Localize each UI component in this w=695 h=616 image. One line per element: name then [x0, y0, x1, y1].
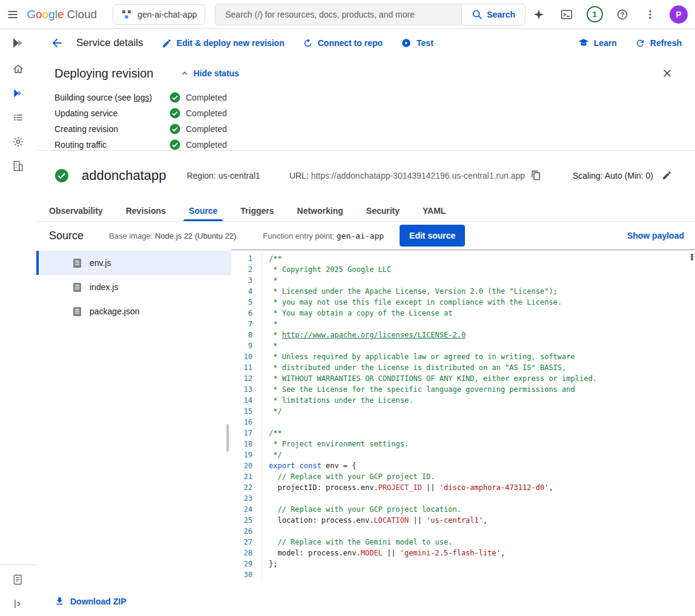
- chevron-up-icon: [180, 68, 189, 78]
- sidebar-item-domains[interactable]: [4, 154, 33, 177]
- download-zip-button[interactable]: Download ZIP: [54, 596, 231, 606]
- search-input[interactable]: [216, 4, 461, 25]
- sidebar-item-jobs[interactable]: [4, 106, 33, 129]
- file-panel: env.jsindex.jspackage.json Download ZIP: [36, 250, 231, 616]
- copy-url-button[interactable]: [531, 170, 541, 180]
- list-icon: [12, 111, 24, 124]
- file-panel-scrollbar[interactable]: [226, 424, 229, 452]
- gemini-sparkle-icon: [533, 8, 545, 21]
- check-circle-icon: [54, 168, 69, 183]
- learn-button[interactable]: Learn: [578, 38, 617, 48]
- check-circle-icon: [170, 92, 180, 103]
- file-icon: [73, 258, 82, 268]
- file-name: package.json: [90, 306, 140, 316]
- tab-observability[interactable]: Observability: [38, 200, 114, 221]
- help-button[interactable]: ?: [609, 1, 636, 28]
- refresh-icon: [635, 38, 645, 48]
- url-value: https://addonchatapp-301439142196.us-cen…: [311, 171, 525, 180]
- tab-yaml[interactable]: YAML: [411, 200, 457, 221]
- cloud-run-logo: [11, 29, 25, 57]
- help-icon: ?: [616, 8, 628, 21]
- test-label: Test: [417, 38, 433, 48]
- search-icon: [472, 9, 483, 20]
- tab-networking[interactable]: Networking: [286, 200, 355, 221]
- sidebar-item-home[interactable]: [4, 58, 33, 81]
- file-item-env.js[interactable]: env.js: [36, 251, 231, 275]
- sidebar-release-notes[interactable]: [4, 568, 33, 591]
- file-icon: [73, 282, 82, 293]
- back-button[interactable]: [46, 32, 68, 54]
- entry-point-label: Function entry point:: [263, 231, 334, 240]
- pencil-icon: [162, 38, 172, 48]
- entry-point: Function entry point: gen-ai-app: [263, 231, 384, 240]
- deploy-status-title: Deploying revision: [54, 67, 153, 81]
- notification-count-badge[interactable]: 1: [581, 1, 608, 28]
- more-options-button[interactable]: [637, 1, 664, 28]
- tab-source[interactable]: Source: [177, 200, 229, 221]
- connect-repo-button[interactable]: Connect to repo: [303, 38, 383, 48]
- tab-bar: ObservabilityRevisionsSourceTriggersNetw…: [36, 200, 695, 222]
- copy-icon: [531, 170, 541, 180]
- google-cloud-logo[interactable]: Google Cloud: [27, 8, 97, 21]
- status-value: Completed: [186, 108, 227, 118]
- tab-revisions[interactable]: Revisions: [114, 200, 177, 221]
- cloud-run-services-icon: [12, 87, 24, 99]
- status-label: Updating service: [54, 108, 170, 118]
- project-icon: [121, 9, 132, 20]
- gutter-divider: [262, 253, 262, 580]
- deploy-status-panel: Deploying revision Hide status Building …: [36, 57, 695, 150]
- hide-status-button[interactable]: Hide status: [180, 68, 239, 78]
- check-circle-icon: [170, 139, 180, 150]
- svg-text:?: ?: [621, 11, 624, 18]
- close-icon: [661, 67, 673, 79]
- editor-scrollbar[interactable]: [691, 254, 693, 260]
- play-icon: [401, 38, 412, 48]
- test-button[interactable]: Test: [401, 38, 433, 48]
- sidebar-collapse[interactable]: [4, 592, 33, 615]
- left-sidebar: [0, 29, 36, 616]
- menu-button[interactable]: [0, 1, 25, 28]
- download-zip-label: Download ZIP: [70, 597, 127, 606]
- refresh-button[interactable]: Refresh: [635, 38, 682, 48]
- sidebar-item-integrations[interactable]: [4, 130, 33, 153]
- region-value: us-central1: [219, 171, 260, 180]
- building-icon: [12, 160, 24, 172]
- project-selector[interactable]: gen-ai-chat-app: [113, 4, 205, 25]
- edit-scaling-button[interactable]: [662, 170, 672, 180]
- tab-triggers[interactable]: Triggers: [229, 200, 285, 221]
- edit-source-button[interactable]: Edit source: [400, 225, 465, 247]
- status-value: Completed: [186, 93, 227, 102]
- avatar[interactable]: P: [670, 5, 688, 24]
- project-name: gen-ai-chat-app: [137, 10, 197, 19]
- status-logs-link[interactable]: logs: [134, 93, 150, 102]
- sidebar-item-services[interactable]: [4, 82, 33, 105]
- check-circle-icon: [170, 124, 180, 134]
- file-item-index.js[interactable]: index.js: [36, 275, 231, 299]
- line-numbers: 1234567891011121314151617181920212223242…: [231, 253, 252, 580]
- gemini-button[interactable]: [525, 1, 552, 28]
- close-status-button[interactable]: [656, 62, 678, 84]
- service-region: Region: us-central1: [186, 171, 260, 180]
- service-url: URL: https://addonchatapp-301439142196.u…: [289, 171, 525, 180]
- file-list: env.jsindex.jspackage.json: [36, 250, 231, 323]
- search-button[interactable]: Search: [461, 4, 525, 25]
- cloud-shell-button[interactable]: [553, 1, 580, 28]
- edit-deploy-button[interactable]: Edit & deploy new revision: [162, 38, 285, 48]
- source-toolbar: Source Base image: Node.js 22 (Ubuntu 22…: [36, 222, 695, 250]
- show-payload-link[interactable]: Show payload: [627, 231, 684, 240]
- learn-label: Learn: [594, 38, 617, 48]
- page-title: Service details: [76, 37, 143, 49]
- refresh-label: Refresh: [650, 38, 682, 48]
- cloud-logo-word: Cloud: [67, 8, 97, 21]
- status-row: Updating serviceCompleted: [54, 105, 680, 121]
- collapse-panel-icon: [12, 598, 24, 610]
- deploy-status-list: Building source (see logs)CompletedUpdat…: [54, 90, 680, 153]
- region-label: Region:: [186, 171, 216, 180]
- hamburger-icon: [7, 8, 19, 21]
- tab-security[interactable]: Security: [355, 200, 411, 221]
- file-name: index.js: [90, 282, 118, 292]
- code-editor[interactable]: 1234567891011121314151617181920212223242…: [231, 250, 695, 616]
- file-item-package.json[interactable]: package.json: [36, 299, 231, 323]
- service-status-icon: [54, 168, 69, 183]
- file-name: env.js: [90, 258, 111, 268]
